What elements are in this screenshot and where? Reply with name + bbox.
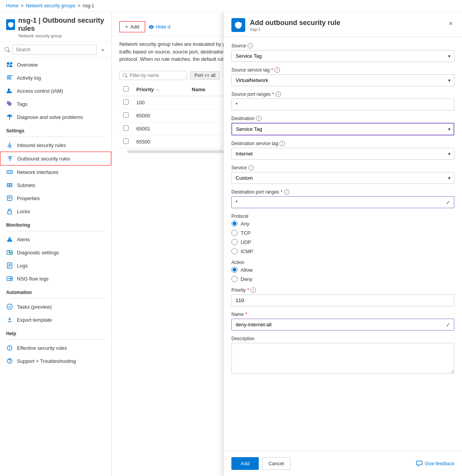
source-select-wrapper: Service Tag Any IP Addresses Application…: [231, 50, 454, 62]
source-port-info-icon[interactable]: i: [276, 92, 281, 97]
feedback-icon: [416, 461, 422, 467]
filter-search-icon: [123, 73, 127, 78]
protocol-udp-radio[interactable]: [231, 239, 238, 245]
nav-item-locks[interactable]: Locks: [0, 205, 111, 218]
give-feedback-link[interactable]: Give feedback: [416, 461, 454, 467]
action-allow[interactable]: Allow: [231, 267, 454, 273]
row-checkbox[interactable]: [123, 112, 129, 118]
tags-icon: [6, 100, 13, 107]
nav-item-tasks[interactable]: Tasks (preview): [0, 300, 111, 313]
nav-item-subnets[interactable]: Subnets: [0, 179, 111, 192]
priority-input[interactable]: [231, 294, 454, 306]
protocol-radio-group: Any TCP UDP ICMP: [231, 220, 454, 254]
subnets-icon: [6, 182, 13, 189]
service-select[interactable]: Custom HTTP HTTPS SSH RDP: [231, 172, 454, 184]
hide-defaults-button[interactable]: Hide d: [148, 24, 171, 30]
row-checkbox[interactable]: [123, 139, 129, 144]
effective-rules-icon: [6, 344, 13, 351]
nav-item-nsg-flow-logs[interactable]: NSG flow logs: [0, 272, 111, 285]
destination-info-icon[interactable]: i: [256, 116, 261, 121]
svg-rect-0: [7, 75, 12, 76]
action-label: Action: [231, 260, 244, 265]
service-field: Service i Custom HTTP HTTPS SSH RDP ▾: [231, 165, 454, 184]
export-icon: [6, 316, 13, 323]
protocol-udp-label: UDP: [241, 239, 251, 245]
search-input[interactable]: [12, 45, 97, 55]
nav-item-support[interactable]: Support + Troubleshooting: [0, 354, 111, 367]
svg-point-3: [8, 89, 10, 91]
nav-label-nsg-flow-logs: NSG flow logs: [17, 276, 49, 282]
nav-item-logs[interactable]: Logs: [0, 259, 111, 272]
collapse-button[interactable]: «: [99, 46, 107, 53]
protocol-udp[interactable]: UDP: [231, 239, 454, 245]
source-service-tag-info-icon[interactable]: i: [275, 67, 280, 73]
nav-item-overview[interactable]: Overview: [0, 58, 111, 71]
nav-label-tasks: Tasks (preview): [17, 304, 52, 310]
panel-close-button[interactable]: ×: [447, 18, 454, 29]
nav-item-diagnose[interactable]: Diagnose and solve problems: [0, 110, 111, 124]
nav-item-activity-log[interactable]: Activity log: [0, 71, 111, 84]
priority-info-icon[interactable]: i: [251, 287, 256, 293]
dest-port-input[interactable]: [231, 196, 454, 208]
required-marker: *: [271, 67, 273, 73]
nav-item-alerts[interactable]: Alerts: [0, 233, 111, 246]
filter-input[interactable]: [130, 73, 184, 78]
protocol-any-radio[interactable]: [231, 220, 238, 227]
destination-service-tag-select[interactable]: Internet VirtualNetwork AzureLoadBalance…: [231, 148, 454, 160]
destination-select-wrapper: Service Tag Any IP Addresses Application…: [231, 123, 454, 135]
priority-label: Priority: [231, 287, 246, 293]
svg-rect-8: [7, 196, 12, 200]
add-button[interactable]: + Add: [119, 21, 145, 32]
source-service-tag-select[interactable]: VirtualNetwork AzureLoadBalancer Interne…: [231, 74, 454, 86]
dest-port-label: Destination port ranges: [231, 189, 279, 195]
source-select[interactable]: Service Tag Any IP Addresses Application…: [231, 50, 454, 62]
nav-item-inbound-rules[interactable]: Inbound security rules: [0, 139, 111, 152]
nav-label-network-interfaces: Network interfaces: [17, 169, 59, 175]
lock-icon: [6, 208, 13, 215]
breadcrumb-nsg-list[interactable]: Network security groups: [26, 3, 75, 8]
required-marker: *: [245, 312, 247, 317]
row-checkbox[interactable]: [123, 125, 129, 131]
nav-item-network-interfaces[interactable]: Network interfaces: [0, 165, 111, 179]
protocol-icmp[interactable]: ICMP: [231, 248, 454, 254]
monitoring-section-label: Monitoring: [0, 218, 111, 229]
add-rule-button[interactable]: Add: [231, 457, 259, 470]
cancel-button[interactable]: Cancel: [262, 457, 290, 470]
nav-item-access-control[interactable]: Access control (IAM): [0, 84, 111, 97]
nav-item-properties[interactable]: Properties: [0, 192, 111, 205]
nic-icon: [6, 169, 13, 175]
source-port-input[interactable]: [231, 99, 454, 110]
protocol-any[interactable]: Any: [231, 220, 454, 227]
action-deny-radio[interactable]: [231, 276, 238, 282]
panel-header: Add outbound security rule nsg-1 ×: [224, 12, 462, 37]
service-info-icon[interactable]: i: [248, 165, 254, 170]
nav-item-export-template[interactable]: Export template: [0, 313, 111, 326]
nav-label-diagnose: Diagnose and solve problems: [17, 114, 83, 120]
nav-item-tags[interactable]: Tags: [0, 97, 111, 110]
row-checkbox[interactable]: [123, 99, 129, 105]
resource-type: Network security group: [6, 33, 105, 38]
action-deny-label: Deny: [241, 276, 252, 282]
action-allow-radio[interactable]: [231, 267, 238, 273]
nav-item-outbound-rules[interactable]: Outbound security rules: [0, 152, 111, 165]
breadcrumb-home[interactable]: Home: [6, 3, 18, 8]
source-info-icon[interactable]: i: [248, 43, 253, 48]
protocol-tcp-radio[interactable]: [231, 230, 238, 236]
alerts-icon: [6, 236, 13, 243]
filter-tag-port[interactable]: Port == all: [190, 71, 220, 80]
action-deny[interactable]: Deny: [231, 276, 454, 282]
nav-item-effective-rules[interactable]: Effective security rules: [0, 341, 111, 354]
description-textarea[interactable]: [231, 343, 454, 374]
destination-service-tag-info-icon[interactable]: i: [280, 141, 285, 146]
diagnose-icon: [6, 114, 13, 120]
dest-port-info-icon[interactable]: i: [284, 189, 290, 195]
protocol-icmp-radio[interactable]: [231, 248, 238, 254]
destination-select[interactable]: Service Tag Any IP Addresses Application…: [231, 123, 454, 135]
nav-item-diagnostic-settings[interactable]: Diagnostic settings: [0, 246, 111, 259]
action-radio-group: Allow Deny: [231, 267, 454, 282]
access-control-icon: [6, 87, 13, 94]
protocol-tcp[interactable]: TCP: [231, 230, 454, 236]
action-allow-label: Allow: [241, 267, 253, 273]
select-all-checkbox[interactable]: [123, 86, 129, 92]
name-input[interactable]: [231, 319, 454, 331]
